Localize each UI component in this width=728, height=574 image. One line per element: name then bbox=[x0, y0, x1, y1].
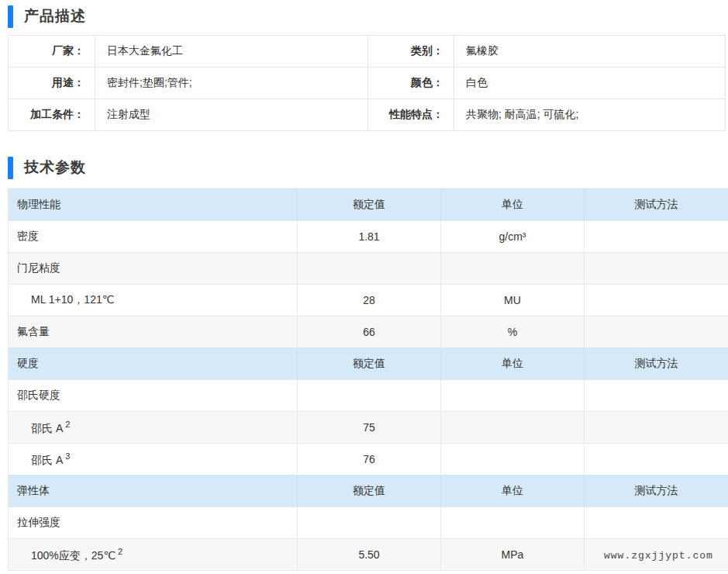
row-ml-121: ML 1+10，121℃ 28 MU bbox=[9, 285, 728, 316]
rated-value bbox=[298, 253, 441, 285]
tech-section-title: 技术参数 bbox=[24, 157, 86, 178]
footnote-superscript: 2 bbox=[118, 547, 122, 556]
category-value: 氟橡胶 bbox=[454, 36, 726, 67]
tech-section-header: 技术参数 bbox=[8, 155, 728, 180]
col-header-unit: 单位 bbox=[441, 475, 585, 507]
row-shore-a-3: 邵氏 A3 76 bbox=[9, 444, 728, 475]
col-header-test-method: 测试方法 bbox=[585, 189, 728, 221]
product-section-title: 产品描述 bbox=[24, 6, 86, 26]
rated-value bbox=[298, 380, 441, 412]
row-density: 密度 1.81 g/cm³ bbox=[9, 221, 728, 253]
group-header-physical: 物理性能 额定值 单位 测试方法 bbox=[9, 189, 728, 221]
property-name: 拉伸强度 bbox=[9, 507, 298, 539]
usage-label: 用途： bbox=[9, 67, 95, 99]
unit bbox=[441, 507, 585, 539]
unit: MPa bbox=[441, 539, 585, 571]
color-label: 颜色： bbox=[368, 67, 454, 99]
accent-bar bbox=[8, 157, 13, 179]
test-method bbox=[585, 316, 728, 348]
info-row-usage-color: 用途： 密封件;垫圈;管件; 颜色： 白色 bbox=[9, 67, 726, 99]
property-name: 100%应变，25℃2 bbox=[9, 539, 298, 571]
product-section-header: 产品描述 bbox=[8, 4, 728, 29]
features-label: 性能特点： bbox=[368, 99, 454, 131]
rated-value: 1.81 bbox=[298, 221, 441, 253]
test-method bbox=[585, 285, 728, 316]
unit: % bbox=[441, 316, 585, 348]
footnote-superscript: 2 bbox=[65, 420, 70, 429]
info-row-processing-features: 加工条件： 注射成型 性能特点： 共聚物; 耐高温; 可硫化; bbox=[9, 99, 726, 131]
group-header-hardness: 硬度 额定值 单位 测试方法 bbox=[9, 348, 728, 380]
rated-value: 76 bbox=[298, 444, 441, 475]
group-name-hardness: 硬度 bbox=[9, 348, 298, 380]
manufacturer-label: 厂家： bbox=[9, 36, 95, 67]
group-header-elastomer: 弹性体 额定值 单位 测试方法 bbox=[9, 475, 728, 507]
product-info-table: 厂家： 日本大金氟化工 类别： 氟橡胶 用途： 密封件;垫圈;管件; 颜色： 白… bbox=[8, 35, 726, 131]
unit bbox=[441, 253, 585, 285]
property-name: ML 1+10，121℃ bbox=[9, 285, 298, 316]
row-mooney-viscosity: 门尼粘度 bbox=[9, 253, 728, 285]
rated-value: 5.50 bbox=[298, 539, 441, 571]
category-label: 类别： bbox=[368, 36, 454, 67]
property-name: 邵氏 A3 bbox=[9, 444, 298, 475]
tech-params-table: 物理性能 额定值 单位 测试方法 密度 1.81 g/cm³ 门尼粘度 ML 1… bbox=[8, 188, 728, 571]
group-name-physical: 物理性能 bbox=[9, 189, 298, 221]
row-tensile-strength: 拉伸强度 bbox=[9, 507, 728, 539]
processing-label: 加工条件： bbox=[9, 99, 95, 131]
test-method bbox=[585, 221, 728, 253]
test-method bbox=[585, 507, 728, 539]
col-header-test-method: 测试方法 bbox=[585, 475, 728, 507]
row-fluorine-content: 氟含量 66 % bbox=[9, 316, 728, 348]
col-header-test-method: 测试方法 bbox=[585, 348, 728, 380]
footnote-superscript: 3 bbox=[65, 451, 70, 461]
row-shore-a-2: 邵氏 A2 75 bbox=[9, 412, 728, 444]
test-method bbox=[585, 444, 728, 475]
test-method bbox=[585, 253, 728, 285]
unit: MU bbox=[441, 285, 585, 316]
col-header-rated-value: 额定值 bbox=[298, 189, 441, 221]
col-header-unit: 单位 bbox=[441, 348, 585, 380]
rated-value: 75 bbox=[298, 412, 441, 444]
rated-value: 66 bbox=[298, 316, 441, 348]
property-name: 氟含量 bbox=[9, 316, 298, 348]
unit: g/cm³ bbox=[441, 221, 585, 253]
group-name-elastomer: 弹性体 bbox=[9, 475, 298, 507]
property-name: 门尼粘度 bbox=[9, 253, 298, 285]
property-name: 邵氏 A2 bbox=[9, 412, 298, 444]
rated-value bbox=[298, 507, 441, 539]
features-value: 共聚物; 耐高温; 可硫化; bbox=[454, 99, 726, 131]
test-method bbox=[585, 412, 728, 444]
col-header-rated-value: 额定值 bbox=[298, 475, 441, 507]
watermark-text: www.zgxjjypt.com bbox=[604, 548, 709, 564]
info-row-manufacturer-category: 厂家： 日本大金氟化工 类别： 氟橡胶 bbox=[9, 36, 726, 67]
unit bbox=[441, 412, 585, 444]
color-value: 白色 bbox=[454, 67, 726, 99]
unit bbox=[441, 380, 585, 412]
unit bbox=[441, 444, 585, 475]
property-name: 邵氏硬度 bbox=[9, 380, 298, 412]
manufacturer-value: 日本大金氟化工 bbox=[95, 36, 368, 67]
col-header-unit: 单位 bbox=[441, 189, 585, 221]
processing-value: 注射成型 bbox=[95, 99, 368, 131]
rated-value: 28 bbox=[298, 285, 441, 316]
test-method bbox=[585, 380, 728, 412]
product-spec-page: 产品描述 厂家： 日本大金氟化工 类别： 氟橡胶 用途： 密封件;垫圈;管件; … bbox=[0, 0, 728, 574]
property-name: 密度 bbox=[9, 221, 298, 253]
usage-value: 密封件;垫圈;管件; bbox=[95, 67, 368, 99]
accent-bar bbox=[8, 5, 13, 28]
col-header-rated-value: 额定值 bbox=[298, 348, 441, 380]
row-shore-hardness: 邵氏硬度 bbox=[9, 380, 728, 412]
